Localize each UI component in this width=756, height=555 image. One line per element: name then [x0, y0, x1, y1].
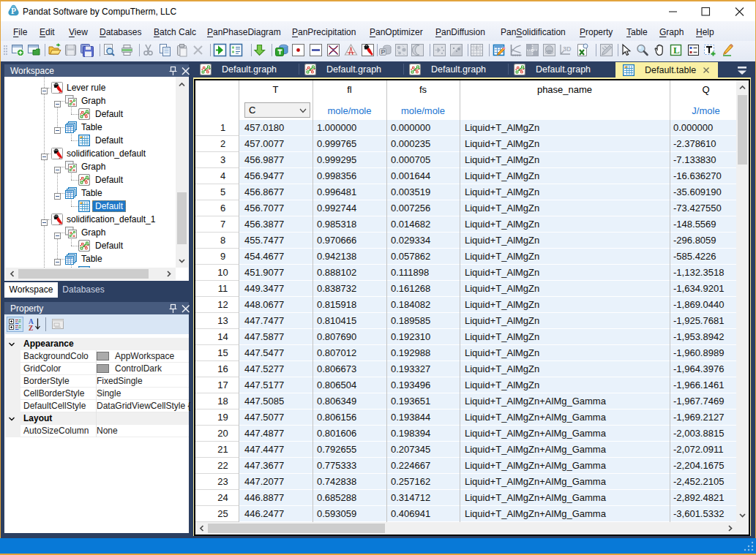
svg-text:A: A: [29, 318, 34, 325]
svg-text:Z: Z: [29, 325, 33, 331]
svg-text:P: P: [11, 7, 16, 15]
